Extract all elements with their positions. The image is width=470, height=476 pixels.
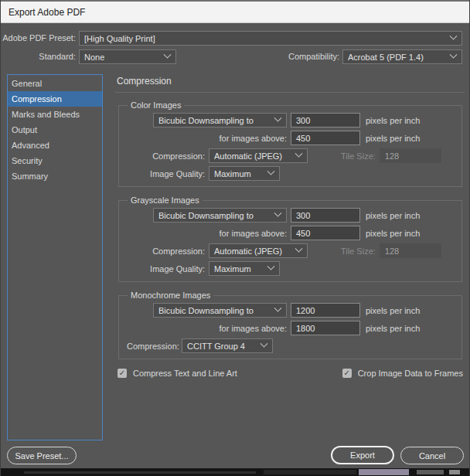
images-above-label: for images above: (127, 324, 287, 333)
section-title: Color Images (128, 100, 184, 110)
chevron-down-icon (274, 304, 282, 312)
monochrome-images-above-input[interactable] (291, 321, 360, 335)
image-quality-label: Image Quality: (127, 264, 205, 274)
section-grayscale-images: Grayscale Images Bicubic Downsampling to… (118, 196, 462, 282)
section-monochrome-images: Monochrome Images Bicubic Downsampling t… (118, 291, 462, 359)
panel-title: Compression (117, 76, 465, 87)
chevron-down-icon (274, 209, 282, 217)
sidebar-item-security[interactable]: Security (8, 153, 102, 168)
unit-label: pixels per inch (366, 324, 420, 333)
panel-divider (115, 92, 465, 93)
cancel-button[interactable]: Cancel (400, 447, 464, 464)
sidebar: General Compression Marks and Bleeds Out… (7, 74, 103, 440)
grayscale-compression-select[interactable]: Automatic (JPEG) (209, 243, 308, 258)
compression-label: Compression: (127, 246, 205, 256)
chevron-down-icon (164, 51, 172, 59)
compatibility-select[interactable]: Acrobat 5 (PDF 1.4) (342, 49, 462, 64)
chevron-down-icon (267, 168, 275, 175)
sidebar-item-marks-and-bleeds[interactable]: Marks and Bleeds (8, 107, 102, 122)
unit-label: pixels per inch (366, 211, 420, 220)
checkbox-checked-icon: ✓ (342, 369, 352, 378)
color-images-above-input[interactable] (291, 131, 360, 145)
grayscale-downsampling-select[interactable]: Bicubic Downsampling to (153, 208, 287, 223)
compatibility-value: Acrobat 5 (PDF 1.4) (348, 53, 424, 62)
monochrome-resolution-input[interactable] (291, 303, 360, 318)
crop-image-data-checkbox[interactable]: ✓ Crop Image Data to Frames (342, 369, 463, 378)
checkbox-checked-icon: ✓ (118, 369, 127, 378)
chevron-down-icon (261, 340, 268, 348)
sidebar-item-output[interactable]: Output (8, 122, 102, 138)
monochrome-downsampling-select[interactable]: Bicubic Downsampling to (153, 303, 287, 318)
compression-panel: Compression Color Images Bicubic Downsam… (115, 76, 465, 378)
section-title: Monochrome Images (128, 291, 213, 300)
sidebar-item-advanced[interactable]: Advanced (8, 138, 102, 153)
compression-label: Compression: (127, 151, 205, 161)
monochrome-compression-select[interactable]: CCITT Group 4 (182, 338, 273, 353)
preset-label: Adobe PDF Preset: (1, 33, 76, 42)
standard-label: Standard: (1, 52, 76, 61)
unit-label: pixels per inch (366, 134, 420, 143)
grayscale-image-quality-select[interactable]: Maximum (209, 261, 280, 276)
dialog-title: Export Adobe PDF (9, 7, 85, 18)
color-compression-select[interactable]: Automatic (JPEG) (209, 148, 308, 163)
chevron-down-icon (450, 32, 458, 40)
compatibility-label: Compatibility: (273, 52, 339, 61)
options-row: ✓ Compress Text and Line Art ✓ Crop Imag… (118, 369, 463, 378)
tile-size-label: Tile Size: (341, 246, 376, 256)
crop-image-data-label: Crop Image Data to Frames (358, 369, 463, 378)
sidebar-item-compression[interactable]: Compression (8, 91, 102, 107)
pdf-preset-select[interactable]: [High Quality Print] (79, 31, 462, 46)
export-adobe-pdf-dialog: Export Adobe PDF Adobe PDF Preset: [High… (0, 0, 470, 476)
tile-size-value: 128 (380, 148, 441, 163)
sidebar-item-summary[interactable]: Summary (8, 168, 102, 184)
background-strip (1, 468, 469, 476)
chevron-down-icon (450, 51, 458, 59)
color-image-quality-select[interactable]: Maximum (209, 166, 280, 181)
tile-size-value: 128 (380, 243, 441, 258)
section-color-images: Color Images Bicubic Downsampling to pix… (118, 100, 462, 187)
sidebar-item-general[interactable]: General (8, 76, 102, 91)
tile-size-label: Tile Size: (341, 151, 376, 161)
color-downsampling-select[interactable]: Bicubic Downsampling to (153, 113, 287, 128)
chevron-down-icon (295, 150, 303, 158)
standard-select[interactable]: None (79, 49, 176, 64)
grayscale-images-above-input[interactable] (291, 226, 360, 240)
grayscale-resolution-input[interactable] (291, 208, 360, 223)
standard-value: None (84, 53, 104, 62)
images-above-label: for images above: (127, 134, 287, 143)
unit-label: pixels per inch (366, 229, 420, 238)
color-resolution-input[interactable] (291, 113, 360, 128)
compression-label: Compression: (127, 342, 178, 351)
unit-label: pixels per inch (366, 306, 420, 315)
image-quality-label: Image Quality: (127, 169, 205, 178)
window-titlebar[interactable]: Export Adobe PDF (1, 0, 469, 23)
chevron-down-icon (274, 114, 282, 122)
chevron-down-icon (295, 245, 303, 253)
compress-text-label: Compress Text and Line Art (133, 369, 237, 378)
export-button[interactable]: Export (331, 446, 394, 464)
section-title: Grayscale Images (128, 196, 203, 205)
unit-label: pixels per inch (366, 116, 420, 125)
chevron-down-icon (267, 263, 275, 270)
compress-text-checkbox[interactable]: ✓ Compress Text and Line Art (118, 369, 237, 378)
images-above-label: for images above: (127, 229, 287, 238)
pdf-preset-value: [High Quality Print] (84, 34, 155, 43)
save-preset-button[interactable]: Save Preset... (7, 447, 77, 464)
